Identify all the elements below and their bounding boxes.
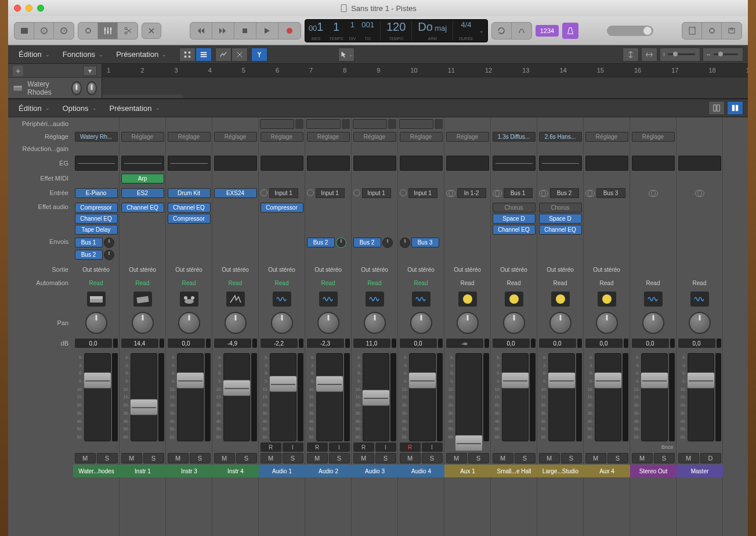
split-button[interactable] — [142, 23, 161, 39]
input-format-icon[interactable] — [353, 189, 360, 196]
automation-mode[interactable]: Read — [75, 278, 118, 288]
cycle-button[interactable] — [492, 23, 512, 39]
count-in-badge[interactable]: 1234 — [536, 25, 559, 37]
audio-fx-slot[interactable]: Chorus — [493, 203, 536, 213]
setting-slot[interactable]: Réglage — [353, 132, 396, 142]
setting-slot[interactable]: Réglage — [121, 132, 164, 142]
notepad-button[interactable] — [682, 23, 702, 39]
fader-track[interactable] — [548, 353, 575, 441]
fader-handle[interactable] — [223, 380, 251, 396]
channel-icon[interactable] — [458, 292, 477, 307]
automation-mode[interactable]: Read — [307, 278, 350, 288]
fader-handle[interactable] — [687, 372, 715, 388]
input-slot[interactable]: Bus 3 — [596, 188, 625, 198]
send-slot[interactable]: Bus 2 — [353, 238, 381, 247]
setting-slot[interactable]: 1.3s Diffus... — [493, 132, 536, 142]
channel-icon[interactable] — [87, 292, 106, 307]
output-slot[interactable]: Out stéréo — [353, 265, 396, 275]
channel-icon[interactable] — [273, 292, 291, 307]
mute-button[interactable]: M — [121, 453, 142, 463]
fader-track[interactable] — [84, 353, 111, 441]
input-slot[interactable]: Input 1 — [316, 188, 345, 198]
eq-thumbnail[interactable] — [168, 156, 211, 171]
setting-slot[interactable]: Réglage — [168, 132, 211, 142]
mute-button[interactable]: M — [168, 453, 189, 463]
pan-knob[interactable] — [410, 312, 432, 334]
fader-track[interactable] — [223, 353, 250, 441]
channel-icon[interactable] — [598, 292, 616, 307]
eq-thumbnail[interactable] — [214, 156, 257, 171]
input-format-icon[interactable] — [649, 190, 658, 196]
mute-button[interactable]: M — [539, 453, 560, 463]
automation-mode[interactable]: Read — [168, 278, 211, 288]
input-slot[interactable]: E-Piano — [75, 188, 118, 198]
scrollbar-handle[interactable] — [102, 95, 183, 98]
input-format-icon[interactable] — [695, 190, 704, 196]
automation-mode[interactable]: Read — [446, 278, 489, 288]
track-row[interactable]: Watery Rhodes — [8, 78, 102, 98]
input-slot[interactable]: Bus 1 — [504, 188, 533, 198]
output-slot[interactable]: Out stéréo — [168, 265, 211, 275]
db-value[interactable]: -2,3 — [307, 339, 344, 348]
audio-fx-slot[interactable]: Space D — [493, 214, 536, 224]
channel-icon[interactable] — [180, 292, 198, 307]
forward-button[interactable] — [212, 23, 234, 39]
eq-thumbnail[interactable] — [400, 156, 443, 171]
grid-view-button[interactable] — [179, 48, 196, 62]
audio-fx-slot[interactable]: Channel EQ — [493, 225, 536, 235]
pan-knob[interactable] — [178, 312, 200, 334]
send-slot[interactable]: Bus 3 — [411, 238, 439, 247]
setting-slot[interactable]: Watery Rh... — [75, 132, 118, 142]
input-format-icon[interactable] — [539, 190, 548, 196]
input-format-icon[interactable] — [585, 190, 595, 196]
fonctions-menu[interactable]: Fonctions⌄ — [57, 48, 109, 61]
setting-slot[interactable]: Réglage — [585, 132, 628, 142]
channel-name[interactable]: Audio 3 — [352, 465, 398, 477]
input-slot[interactable]: Drum Kit — [168, 188, 211, 198]
audio-fx-slot[interactable]: Compressor — [75, 203, 118, 213]
input-slot[interactable]: EXS24 — [214, 188, 257, 198]
audio-fx-slot[interactable]: Tape Delay — [75, 225, 118, 235]
fader-handle[interactable] — [641, 372, 668, 388]
automation-view-button[interactable] — [215, 48, 231, 62]
vfit-button[interactable] — [623, 48, 639, 62]
automation-mode[interactable]: Read — [678, 278, 721, 288]
audio-fx-slot[interactable]: Space D — [539, 214, 582, 224]
vzoom-slider[interactable]: ↕ — [660, 48, 700, 62]
fader-track[interactable] — [641, 353, 668, 441]
play-button[interactable] — [256, 23, 278, 39]
channel-icon[interactable] — [551, 292, 570, 307]
mixer-narrow-button[interactable] — [708, 101, 725, 115]
output-slot[interactable]: Out stéréo — [261, 265, 303, 275]
list-view-button[interactable] — [196, 48, 212, 62]
add-track-button[interactable]: + — [13, 66, 23, 76]
output-slot[interactable]: Out stéréo — [121, 265, 164, 275]
setting-slot[interactable]: Réglage — [261, 132, 303, 142]
channel-name[interactable]: Instr 1 — [120, 465, 166, 477]
record-button[interactable] — [278, 23, 301, 39]
hfit-button[interactable] — [641, 48, 657, 62]
solo-button[interactable]: S — [607, 453, 628, 463]
input-format-icon[interactable] — [307, 189, 314, 196]
minimize-button[interactable] — [26, 5, 32, 12]
fader-track[interactable] — [502, 353, 529, 441]
db-value[interactable]: 0,0 — [75, 339, 112, 348]
channel-name[interactable]: Audio 4 — [398, 465, 444, 477]
db-value[interactable]: 0,0 — [493, 339, 530, 348]
db-value[interactable]: 0,0 — [539, 339, 576, 348]
metronome-button[interactable] — [562, 23, 578, 39]
fader-track[interactable] — [177, 353, 204, 441]
channel-name[interactable]: Aux 4 — [584, 465, 630, 477]
automation-mode[interactable]: Read — [539, 278, 582, 288]
input-monitor[interactable]: I — [375, 443, 396, 452]
fader-track[interactable] — [595, 353, 621, 441]
setting-slot[interactable]: Réglage — [214, 132, 257, 142]
audio-fx-slot[interactable]: Channel EQ — [168, 203, 211, 213]
fader-handle[interactable] — [130, 399, 158, 415]
setting-slot[interactable]: Réglage — [400, 132, 443, 142]
send-slot[interactable]: Bus 1 — [75, 238, 103, 247]
db-value[interactable]: 11,0 — [353, 339, 390, 348]
inspector-button[interactable]: i — [34, 23, 54, 39]
audio-fx-slot[interactable]: Chorus — [539, 203, 582, 213]
eq-thumbnail[interactable] — [75, 156, 118, 171]
